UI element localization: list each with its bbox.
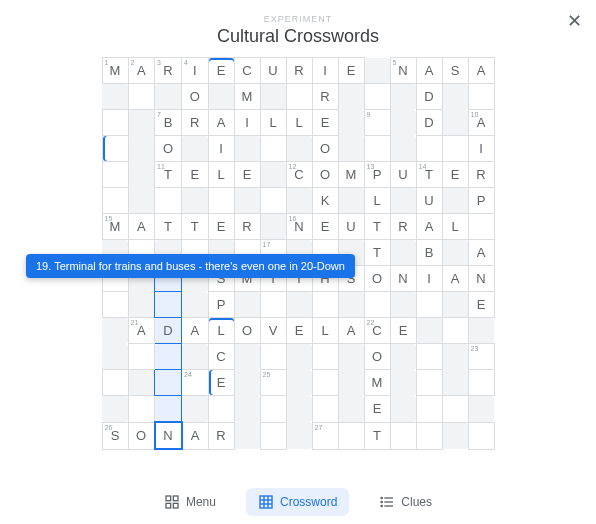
grid-cell[interactable]: U: [390, 162, 416, 188]
grid-cell[interactable]: O: [312, 136, 338, 162]
grid-cell[interactable]: 9: [364, 110, 390, 136]
grid-cell[interactable]: O: [364, 344, 390, 370]
grid-cell[interactable]: A: [338, 318, 364, 344]
grid-cell[interactable]: 7B: [155, 110, 182, 136]
grid-cell[interactable]: 22C: [364, 318, 390, 344]
grid-cell[interactable]: M: [338, 162, 364, 188]
grid-cell[interactable]: [416, 344, 442, 370]
grid-cell[interactable]: T: [364, 240, 390, 266]
grid-cell[interactable]: R: [182, 110, 209, 136]
menu-button[interactable]: Menu: [152, 488, 228, 516]
grid-cell[interactable]: K: [312, 188, 338, 214]
grid-cell[interactable]: [102, 162, 128, 188]
clues-button[interactable]: Clues: [367, 488, 444, 516]
grid-cell[interactable]: 5N: [390, 58, 416, 84]
grid-cell[interactable]: [208, 396, 234, 423]
grid-cell[interactable]: I: [416, 266, 442, 292]
grid-cell[interactable]: [260, 396, 286, 423]
grid-cell[interactable]: T: [364, 422, 390, 449]
grid-cell[interactable]: [416, 136, 442, 162]
grid-cell[interactable]: I: [208, 136, 234, 162]
grid-cell[interactable]: E: [286, 318, 312, 344]
grid-cell[interactable]: U: [416, 188, 442, 214]
grid-cell[interactable]: O: [234, 318, 260, 344]
grid-cell[interactable]: R: [208, 422, 234, 449]
grid-cell[interactable]: [442, 136, 468, 162]
grid-cell[interactable]: 16N: [286, 214, 312, 240]
grid-cell[interactable]: [155, 396, 182, 423]
grid-cell[interactable]: P: [468, 188, 494, 214]
grid-cell[interactable]: O: [364, 266, 390, 292]
grid-cell[interactable]: [468, 214, 494, 240]
grid-cell[interactable]: [155, 370, 182, 396]
grid-cell[interactable]: M: [364, 370, 390, 396]
grid-cell[interactable]: [102, 136, 128, 162]
grid-cell[interactable]: [128, 396, 155, 423]
grid-cell[interactable]: 26S: [102, 422, 128, 449]
grid-cell[interactable]: C: [234, 58, 260, 84]
grid-cell[interactable]: L: [364, 188, 390, 214]
grid-cell[interactable]: [208, 188, 234, 214]
grid-cell[interactable]: 15M: [102, 214, 128, 240]
grid-cell[interactable]: E: [442, 162, 468, 188]
grid-cell[interactable]: [286, 84, 312, 110]
grid-cell[interactable]: I: [312, 58, 338, 84]
grid-cell[interactable]: A: [468, 240, 494, 266]
grid-cell[interactable]: N: [390, 266, 416, 292]
grid-cell[interactable]: E: [182, 162, 209, 188]
grid-cell[interactable]: [442, 318, 468, 344]
grid-cell[interactable]: I: [468, 136, 494, 162]
grid-cell[interactable]: D: [416, 110, 442, 136]
grid-cell[interactable]: D: [416, 84, 442, 110]
grid-cell[interactable]: T: [155, 214, 182, 240]
grid-cell[interactable]: [102, 292, 128, 318]
grid-cell[interactable]: 4I: [182, 58, 209, 84]
grid-cell[interactable]: A: [442, 266, 468, 292]
grid-cell[interactable]: U: [260, 58, 286, 84]
grid-cell[interactable]: N: [468, 266, 494, 292]
grid-cell[interactable]: E: [338, 58, 364, 84]
grid-cell[interactable]: R: [390, 214, 416, 240]
grid-cell[interactable]: T: [364, 214, 390, 240]
grid-cell[interactable]: 23: [468, 344, 494, 370]
grid-cell[interactable]: I: [234, 110, 260, 136]
grid-cell[interactable]: O: [128, 422, 155, 449]
grid-cell[interactable]: A: [416, 214, 442, 240]
grid-cell[interactable]: 14T: [416, 162, 442, 188]
grid-cell[interactable]: [102, 110, 128, 136]
grid-cell[interactable]: E: [208, 370, 234, 396]
grid-cell[interactable]: O: [312, 162, 338, 188]
grid-cell[interactable]: S: [442, 58, 468, 84]
grid-cell[interactable]: T: [182, 214, 209, 240]
grid-cell[interactable]: R: [312, 84, 338, 110]
grid-cell[interactable]: [155, 344, 182, 370]
grid-cell[interactable]: L: [286, 110, 312, 136]
grid-cell[interactable]: L: [442, 214, 468, 240]
grid-cell[interactable]: [312, 344, 338, 370]
grid-cell[interactable]: 25: [260, 370, 286, 396]
grid-cell[interactable]: [416, 396, 442, 423]
grid-cell[interactable]: E: [390, 318, 416, 344]
grid-cell[interactable]: [416, 422, 442, 449]
grid-cell[interactable]: 27: [312, 422, 338, 449]
grid-cell[interactable]: [102, 370, 128, 396]
grid-cell[interactable]: B: [416, 240, 442, 266]
grid-cell[interactable]: C: [208, 344, 234, 370]
grid-cell[interactable]: [312, 396, 338, 423]
grid-cell[interactable]: R: [234, 214, 260, 240]
grid-cell[interactable]: A: [182, 318, 209, 344]
grid-cell[interactable]: D: [155, 318, 182, 344]
grid-cell[interactable]: A: [416, 58, 442, 84]
grid-cell[interactable]: M: [234, 84, 260, 110]
grid-cell[interactable]: 11T: [155, 162, 182, 188]
grid-cell[interactable]: L: [208, 162, 234, 188]
grid-cell[interactable]: [338, 422, 364, 449]
grid-cell[interactable]: [390, 422, 416, 449]
crossword-button[interactable]: Crossword: [246, 488, 349, 516]
grid-cell[interactable]: [128, 344, 155, 370]
grid-cell[interactable]: R: [468, 162, 494, 188]
grid-cell[interactable]: O: [182, 84, 209, 110]
grid-cell[interactable]: [312, 292, 338, 318]
grid-cell[interactable]: 12C: [286, 162, 312, 188]
grid-cell[interactable]: A: [208, 110, 234, 136]
